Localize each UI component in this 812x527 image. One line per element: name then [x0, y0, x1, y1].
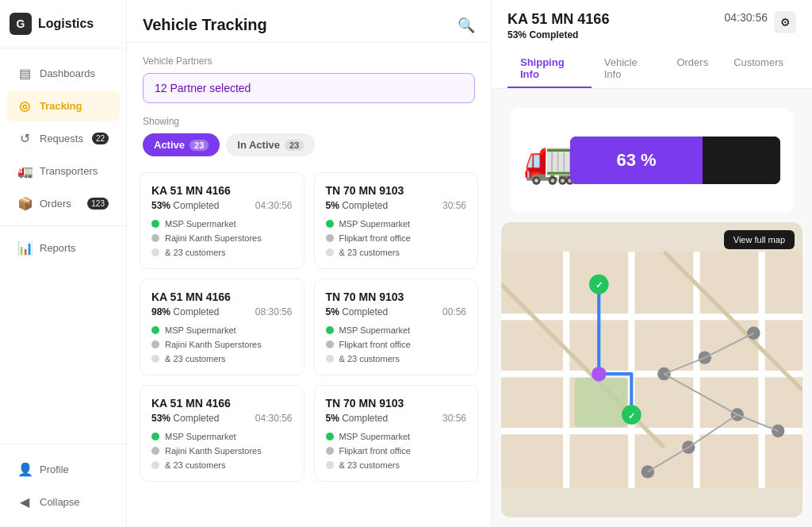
stop-name: Rajini Kanth Superstores: [165, 233, 262, 243]
stop-item: MSP Supermarket: [151, 325, 293, 335]
stop-dot: [151, 234, 159, 242]
sidebar-item-reports[interactable]: 📊 Reports: [6, 233, 120, 264]
stop-item: & 23 customers: [151, 248, 293, 257]
stop-name: Flipkart front office: [339, 340, 411, 349]
sidebar-item-orders[interactable]: 📦 Orders 123: [6, 188, 120, 219]
card-completed: 53% Completed: [151, 200, 219, 211]
stop-item: Flipkart front office: [326, 340, 467, 349]
sidebar-item-tracking[interactable]: ◎ Tracking: [6, 90, 120, 121]
tracking-header: Vehicle Tracking 🔍: [127, 0, 491, 43]
svg-point-13: [592, 367, 606, 381]
card-time: 00:56: [442, 306, 466, 317]
vehicle-card[interactable]: TN 70 MN 9103 5% Completed 30:56 MSP Sup…: [314, 172, 479, 269]
card-meta: 53% Completed 04:30:56: [151, 200, 293, 211]
stop-item: MSP Supermarket: [151, 219, 293, 229]
filter-inactive-button[interactable]: In Active 23: [226, 133, 315, 156]
vehicle-card[interactable]: TN 70 MN 9103 5% Completed 00:56 MSP Sup…: [314, 279, 479, 375]
map-svg: ✓ ✓: [501, 222, 802, 517]
gear-button[interactable]: ⚙: [774, 11, 796, 33]
stop-item: Flipkart front office: [326, 233, 467, 243]
view-full-map-button[interactable]: View full map: [724, 230, 795, 249]
stop-name: Flipkart front office: [339, 446, 411, 456]
tab-customers[interactable]: Customers: [721, 50, 796, 88]
card-vehicle-id: TN 70 MN 9103: [326, 184, 467, 197]
filter-buttons: Active 23 In Active 23: [143, 133, 475, 156]
stop-dot: [151, 447, 159, 455]
app-logo: G Logistics: [0, 0, 126, 48]
tab-shipping-info[interactable]: Shipping Info: [508, 50, 592, 88]
stop-dot: [326, 447, 334, 455]
card-completed: 5% Completed: [326, 413, 389, 424]
card-meta: 98% Completed 08:30:56: [151, 306, 293, 317]
vehicle-card[interactable]: KA 51 MN 4166 53% Completed 04:30:56 MSP…: [140, 385, 304, 482]
stop-name: & 23 customers: [165, 354, 225, 364]
card-meta: 5% Completed 00:56: [326, 306, 467, 317]
card-vehicle-id: TN 70 MN 9103: [326, 290, 467, 303]
stop-name: Rajini Kanth Superstores: [165, 340, 262, 349]
stop-dot: [326, 248, 334, 256]
stop-name: & 23 customers: [339, 354, 400, 364]
filter-active-button[interactable]: Active 23: [143, 133, 220, 156]
requests-icon: ↺: [17, 131, 32, 146]
vehicle-pct: 53%: [508, 29, 527, 40]
vehicle-card[interactable]: KA 51 MN 4166 98% Completed 08:30:56 MSP…: [140, 279, 304, 375]
filter-active-badge: 23: [190, 140, 209, 151]
card-time: 08:30:56: [255, 306, 293, 317]
tab-orders[interactable]: Orders: [664, 50, 721, 88]
card-stops: MSP Supermarket Flipkart front office & …: [326, 325, 467, 364]
collapse-icon: ◀: [17, 494, 32, 510]
tracking-title: Vehicle Tracking: [143, 16, 267, 34]
stop-item: & 23 customers: [326, 248, 467, 257]
partner-selector[interactable]: 12 Partner selected: [143, 73, 475, 103]
card-time: 04:30:56: [255, 200, 293, 211]
filter-section: Showing Active 23 In Active 23: [127, 116, 491, 166]
filter-inactive-badge: 23: [285, 140, 304, 151]
stop-dot: [326, 340, 334, 348]
stop-dot: [151, 220, 159, 228]
card-meta: 53% Completed 04:30:56: [151, 413, 293, 424]
stop-name: MSP Supermarket: [165, 432, 236, 441]
stop-dot: [326, 461, 334, 469]
content-area: Vehicle Tracking 🔍 Vehicle Partners 12 P…: [127, 0, 812, 527]
card-meta: 5% Completed 30:56: [326, 413, 467, 424]
showing-label: Showing: [143, 116, 475, 127]
orders-icon: 📦: [17, 196, 32, 211]
vehicle-title-row: KA 51 MN 4166 53% Completed 04:30:56 ⚙: [508, 11, 796, 40]
card-time: 04:30:56: [255, 413, 293, 424]
stop-item: Rajini Kanth Superstores: [151, 446, 293, 456]
vehicle-card[interactable]: TN 70 MN 9103 5% Completed 30:56 MSP Sup…: [314, 385, 479, 482]
sidebar-item-label: Requests: [40, 133, 83, 144]
stop-dot: [151, 340, 159, 348]
svg-rect-0: [501, 252, 802, 488]
sidebar-item-collapse[interactable]: ◀ Collapse: [6, 487, 120, 517]
transporters-icon: 🚛: [17, 163, 32, 179]
tracking-icon: ◎: [17, 98, 32, 113]
tab-vehicle-info[interactable]: Vehicle Info: [592, 50, 665, 88]
sidebar-item-requests[interactable]: ↺ Requests 22: [6, 123, 120, 154]
truck-progress-wrapper: 🚛 63 %: [492, 89, 812, 222]
logo-icon: G: [10, 13, 32, 35]
stop-name: & 23 customers: [339, 248, 400, 257]
truck-progress-section: 🚛 63 %: [511, 108, 793, 213]
reports-icon: 📊: [17, 240, 32, 256]
stop-dot: [326, 326, 334, 334]
dashboards-icon: ▤: [17, 66, 32, 81]
sidebar-item-dashboards[interactable]: ▤ Dashboards: [6, 58, 120, 89]
sidebar-item-label: Reports: [40, 242, 76, 254]
stop-item: MSP Supermarket: [326, 219, 467, 229]
vehicle-card[interactable]: KA 51 MN 4166 53% Completed 04:30:56 MSP…: [140, 172, 304, 269]
stop-item: & 23 customers: [151, 460, 293, 470]
stop-item: & 23 customers: [326, 354, 467, 364]
vehicle-completed-label: Completed: [529, 29, 578, 40]
header-right: 04:30:56 ⚙: [725, 11, 797, 33]
vehicle-name: KA 51 MN 4166: [508, 11, 609, 28]
stop-name: & 23 customers: [165, 248, 225, 257]
vehicle-time: 04:30:56: [725, 11, 768, 24]
stop-dot: [326, 433, 334, 440]
stop-name: MSP Supermarket: [339, 432, 411, 441]
sidebar-item-transporters[interactable]: 🚛 Transporters: [6, 156, 120, 187]
svg-point-19: [747, 327, 760, 340]
tracking-panel: Vehicle Tracking 🔍 Vehicle Partners 12 P…: [127, 0, 492, 527]
search-button[interactable]: 🔍: [458, 17, 475, 34]
sidebar-item-profile[interactable]: 👤 Profile: [6, 454, 120, 485]
